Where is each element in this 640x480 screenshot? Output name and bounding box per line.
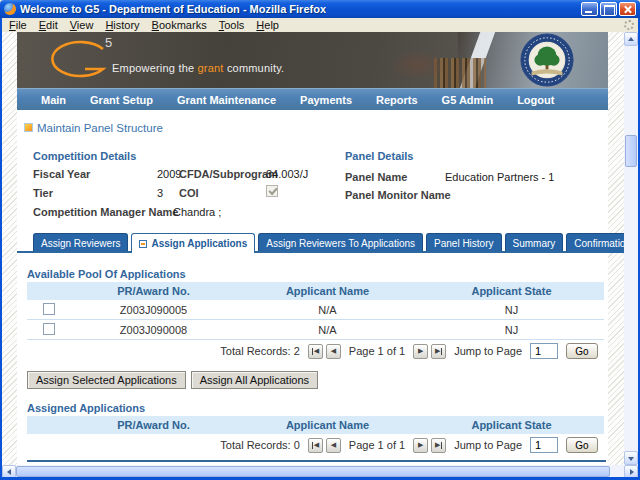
last-page-button[interactable]: ▶: [431, 438, 446, 453]
nav-logout[interactable]: Logout: [505, 94, 566, 106]
horizontal-scroll-thumb[interactable]: [16, 466, 610, 477]
menu-bookmarks[interactable]: Bookmarks: [147, 19, 212, 32]
tab-assign-reviewers[interactable]: Assign Reviewers: [33, 233, 128, 253]
vertical-scroll-thumb[interactable]: [625, 135, 637, 167]
row-checkbox[interactable]: [43, 303, 55, 315]
table-row: Z003J090005 N/A NJ: [27, 300, 604, 320]
pagination-bar: Total Records: 0 ◀ ◀ Page 1 of 1 ▶ ▶ Jum…: [27, 434, 604, 456]
g5-banner: 5 Empowering the grant community.: [17, 32, 608, 88]
jump-to-page-input[interactable]: [530, 437, 558, 453]
assigned-applications-table: PR/Award No. Applicant Name Applicant St…: [27, 416, 604, 456]
jump-to-page-input[interactable]: [530, 343, 558, 359]
nav-grant-setup[interactable]: Grant Setup: [78, 94, 165, 106]
assigned-applications-heading: Assigned Applications: [27, 402, 145, 414]
tab-summary[interactable]: Summary: [505, 233, 564, 253]
competition-manager-value: Chandra ;: [173, 206, 221, 218]
col-applicant-name: Applicant Name: [236, 285, 419, 297]
table-header-row: PR/Award No. Applicant Name Applicant St…: [27, 282, 604, 300]
nav-main[interactable]: Main: [29, 94, 78, 106]
next-page-icon: ▶: [418, 441, 423, 449]
scroll-down-button[interactable]: [624, 451, 638, 465]
col-pr-award: PR/Award No.: [71, 285, 236, 297]
panel-monitor-label: Panel Monitor Name: [345, 189, 451, 201]
main-nav: Main Grant Setup Grant Maintenance Payme…: [17, 88, 608, 110]
bottom-divider: [27, 460, 606, 462]
g5-logo-icon: [43, 39, 113, 83]
available-pool-heading: Available Pool Of Applications: [27, 268, 186, 280]
first-page-icon: ◀: [314, 347, 319, 355]
page-title: Maintain Panel Structure: [37, 122, 163, 134]
next-page-button[interactable]: ▶: [413, 344, 428, 359]
col-applicant-state: Applicant State: [419, 285, 604, 297]
go-button[interactable]: Go: [566, 343, 598, 359]
menu-help[interactable]: Help: [251, 19, 284, 32]
nav-payments[interactable]: Payments: [288, 94, 364, 106]
maximize-button[interactable]: [600, 2, 617, 16]
cfda-value: 84.003/J: [266, 168, 308, 180]
competition-manager-label: Competition Manager Name: [33, 206, 178, 218]
minimize-button[interactable]: [581, 2, 598, 16]
nav-g5-admin[interactable]: G5 Admin: [430, 94, 506, 106]
prev-page-icon: ◀: [331, 441, 336, 449]
menu-file[interactable]: File: [4, 19, 32, 32]
assign-selected-applications-button[interactable]: Assign Selected Applications: [27, 371, 186, 389]
col-applicant-name: Applicant Name: [236, 419, 419, 431]
prev-page-button[interactable]: ◀: [326, 344, 341, 359]
vertical-scrollbar[interactable]: [624, 32, 638, 465]
total-records: Total Records: 0: [220, 439, 299, 451]
menu-tools[interactable]: Tools: [214, 19, 250, 32]
nav-reports[interactable]: Reports: [364, 94, 430, 106]
next-page-button[interactable]: ▶: [413, 438, 428, 453]
close-button[interactable]: [619, 2, 636, 16]
cfda-label: CFDA/Subprogram: [179, 168, 278, 180]
first-page-button[interactable]: ◀: [308, 438, 323, 453]
menu-edit[interactable]: Edit: [34, 19, 63, 32]
firefox-icon: [4, 3, 16, 15]
tab-panel-history[interactable]: Panel History: [426, 233, 501, 253]
fiscal-year-value: 2009: [157, 168, 181, 180]
active-tab-icon: [139, 240, 147, 248]
last-page-button[interactable]: ▶: [431, 344, 446, 359]
tab-underline: [17, 251, 608, 253]
page-indicator: Page 1 of 1: [349, 439, 405, 451]
go-button[interactable]: Go: [566, 437, 598, 453]
coi-checkbox[interactable]: [266, 185, 278, 197]
last-page-icon: ▶: [435, 347, 440, 355]
available-pool-table: PR/Award No. Applicant Name Applicant St…: [27, 282, 604, 362]
col-pr-award: PR/Award No.: [71, 419, 236, 431]
table-row: Z003J090008 N/A NJ: [27, 320, 604, 340]
menu-view[interactable]: View: [65, 19, 99, 32]
last-page-icon: ▶: [435, 441, 440, 449]
prev-page-icon: ◀: [331, 347, 336, 355]
menu-history[interactable]: History: [100, 19, 144, 32]
fiscal-year-label: Fiscal Year: [33, 168, 90, 180]
prev-page-button[interactable]: ◀: [326, 438, 341, 453]
tier-value: 3: [157, 187, 163, 199]
page-title-bullet-icon: [24, 123, 33, 132]
total-records: Total Records: 2: [220, 345, 299, 357]
row-checkbox[interactable]: [43, 323, 55, 335]
tier-label: Tier: [33, 187, 53, 199]
page-margin-stripes: [2, 32, 17, 465]
next-page-icon: ▶: [418, 347, 423, 355]
menu-bar: File Edit View History Bookmarks Tools H…: [2, 18, 638, 32]
panel-name-label: Panel Name: [345, 171, 407, 183]
competition-details-heading: Competition Details: [33, 150, 136, 162]
first-page-icon: ◀: [314, 441, 319, 449]
coi-label: COI: [179, 187, 199, 199]
panel-name-value: Education Partners - 1: [445, 171, 554, 183]
activity-gear-icon: [624, 20, 634, 30]
panel-details-heading: Panel Details: [345, 150, 413, 162]
tab-bar: Assign Reviewers Assign Applications Ass…: [33, 233, 638, 253]
first-page-button[interactable]: ◀: [308, 344, 323, 359]
assign-all-applications-button[interactable]: Assign All Applications: [191, 371, 318, 389]
browser-window: Welcome to G5 - Department of Education …: [0, 0, 640, 480]
window-title: Welcome to G5 - Department of Education …: [20, 3, 326, 15]
browser-viewport: 5 Empowering the grant community.: [2, 32, 638, 465]
table-header-row: PR/Award No. Applicant Name Applicant St…: [27, 416, 604, 434]
scroll-up-button[interactable]: [624, 32, 638, 46]
tab-assign-applications[interactable]: Assign Applications: [131, 233, 255, 253]
col-applicant-state: Applicant State: [419, 419, 604, 431]
tab-assign-reviewers-to-applications[interactable]: Assign Reviewers To Applications: [258, 233, 423, 253]
nav-grant-maintenance[interactable]: Grant Maintenance: [165, 94, 288, 106]
